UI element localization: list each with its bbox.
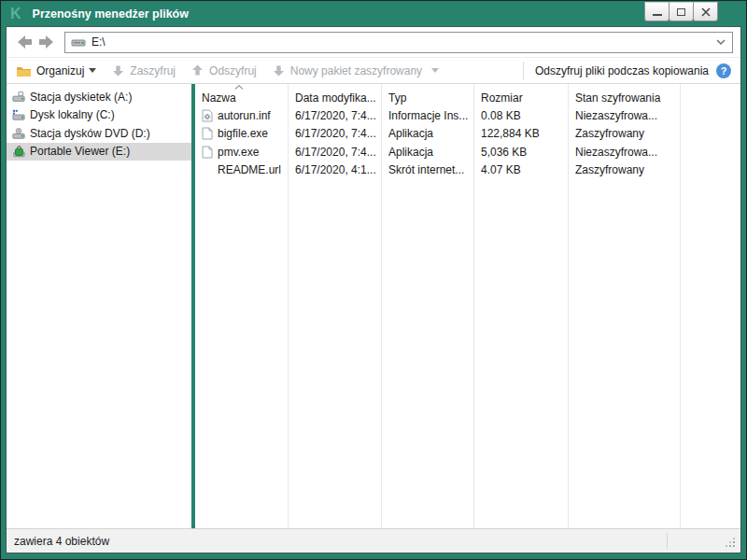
forward-arrow-icon — [36, 32, 57, 52]
sidebar-item-portable-e[interactable]: Portable Viewer (E:) — [7, 143, 191, 161]
config-file-icon — [201, 109, 214, 122]
file-modified: 6/17/2020, 4:1... — [288, 163, 381, 176]
sidebar-item-label: Stacja dyskietek (A:) — [30, 91, 132, 104]
file-size: 0.08 KB — [473, 109, 568, 122]
chevron-down-icon[interactable] — [715, 38, 726, 46]
window-content: E:\ Organizuj Zaszyfruj Odszyfruj — [6, 26, 741, 553]
toolbar: Organizuj Zaszyfruj Odszyfruj Nowy pakie… — [7, 58, 740, 84]
file-name: bigfile.exe — [218, 127, 268, 140]
file-row-bigfile[interactable]: bigfile.exe 6/17/2020, 7:4... Aplikacja … — [195, 125, 740, 144]
blank-icon-slot — [201, 163, 214, 176]
column-header-type[interactable]: Typ — [381, 91, 473, 105]
back-arrow-icon — [14, 32, 35, 52]
status-text: zawiera 4 obiektów — [14, 535, 109, 548]
file-encryption: Niezaszyfrowa... — [568, 146, 680, 159]
file-name: autorun.inf — [218, 109, 271, 122]
window-controls — [645, 2, 718, 21]
close-icon — [701, 7, 711, 17]
encrypt-label: Zaszyfruj — [130, 64, 176, 77]
drives-sidebar: Stacja dyskietek (A:) Dysk lokalny (C:) — [7, 84, 191, 528]
sort-ascending-icon — [234, 85, 244, 90]
file-icon — [201, 127, 214, 140]
close-button[interactable] — [693, 2, 718, 21]
package-arrow-down-icon — [272, 63, 286, 77]
maximize-icon — [677, 8, 685, 16]
file-name: pmv.exe — [218, 146, 259, 159]
sidebar-item-local-c[interactable]: Dysk lokalny (C:) — [7, 106, 191, 125]
dvd-drive-icon — [12, 127, 25, 140]
file-modified: 6/17/2020, 7:4... — [288, 127, 381, 140]
local-disk-icon — [12, 108, 25, 121]
column-header-size[interactable]: Rozmiar — [473, 91, 568, 105]
forward-button[interactable] — [36, 32, 57, 52]
organize-label: Organizuj — [36, 64, 84, 77]
toolbar-separator — [523, 62, 524, 80]
decrypt-on-copy-label: Odszyfruj pliki podczas kopiowania — [535, 64, 709, 77]
file-encryption: Zaszyfrowany — [568, 163, 680, 176]
folder-icon — [16, 64, 32, 77]
address-bar: E:\ — [7, 27, 740, 58]
encrypted-drive-icon — [12, 145, 25, 158]
sidebar-item-floppy-a[interactable]: Stacja dyskietek (A:) — [7, 88, 191, 106]
file-row-pmv[interactable]: pmv.exe 6/17/2020, 7:4... Aplikacja 5,03… — [195, 143, 740, 161]
status-separator — [667, 533, 668, 549]
kaspersky-logo-icon: K — [10, 7, 21, 21]
decrypt-label: Odszyfruj — [209, 64, 257, 77]
file-list: Nazwa Data modyfika... Typ Rozmiar Stan … — [195, 84, 740, 528]
drive-icon — [71, 36, 86, 48]
sidebar-item-label: Stacja dysków DVD (D:) — [30, 127, 150, 140]
navigation-buttons — [14, 32, 57, 52]
help-icon[interactable]: ? — [716, 63, 731, 78]
file-size: 4.07 KB — [473, 163, 568, 176]
file-type: Skrót internet... — [381, 163, 473, 176]
file-type: Aplikacja — [381, 127, 473, 140]
new-package-dropdown-button[interactable] — [431, 68, 439, 73]
decrypt-arrow-up-icon — [190, 63, 204, 77]
portable-file-manager-window: K Przenośny menedżer plików — [0, 0, 747, 560]
decrypt-button[interactable]: Odszyfruj — [190, 63, 257, 77]
sidebar-item-dvd-d[interactable]: Stacja dysków DVD (D:) — [7, 124, 191, 143]
file-size: 122,884 KB — [473, 127, 568, 140]
encrypt-arrow-down-icon — [111, 63, 125, 77]
file-size: 5,036 KB — [473, 146, 568, 159]
status-bar: zawiera 4 obiektów — [7, 528, 740, 553]
file-encryption: Niezaszyfrowa... — [568, 109, 680, 122]
file-row-readme[interactable]: README.url 6/17/2020, 4:1... Skrót inter… — [195, 161, 740, 180]
file-name: README.url — [218, 163, 281, 176]
organize-button[interactable]: Organizuj — [16, 64, 96, 77]
minimize-icon — [653, 14, 662, 16]
maximize-button[interactable] — [669, 2, 694, 21]
encrypt-button[interactable]: Zaszyfruj — [111, 63, 176, 77]
new-package-label: Nowy pakiet zaszyfrowany — [290, 64, 422, 77]
file-modified: 6/17/2020, 7:4... — [288, 146, 381, 159]
back-button[interactable] — [14, 32, 35, 52]
sidebar-item-label: Dysk lokalny (C:) — [30, 108, 115, 121]
address-path: E:\ — [92, 35, 710, 49]
caret-down-icon — [431, 68, 439, 73]
resize-grip-icon[interactable] — [733, 545, 735, 547]
minimize-button[interactable] — [644, 2, 669, 21]
new-encrypted-package-button[interactable]: Nowy pakiet zaszyfrowany — [272, 63, 422, 77]
column-header-modified[interactable]: Data modyfika... — [288, 91, 381, 105]
sidebar-item-label: Portable Viewer (E:) — [30, 145, 130, 158]
list-header: Nazwa Data modyfika... Typ Rozmiar Stan … — [195, 84, 740, 106]
column-header-name[interactable]: Nazwa — [195, 91, 288, 105]
title-bar[interactable]: K Przenośny menedżer plików — [1, 1, 746, 26]
file-type: Aplikacja — [381, 146, 473, 159]
column-header-encryption[interactable]: Stan szyfrowania — [568, 91, 680, 105]
file-row-autorun[interactable]: autorun.inf 6/17/2020, 7:4... Informacje… — [195, 106, 740, 125]
caret-down-icon — [89, 68, 96, 73]
file-type: Informacje Ins... — [381, 109, 473, 122]
floppy-drive-icon — [12, 91, 25, 104]
file-icon — [201, 146, 214, 159]
window-title: Przenośny menedżer plików — [33, 7, 189, 21]
file-encryption: Zaszyfrowany — [568, 127, 680, 140]
address-combobox[interactable]: E:\ — [64, 32, 733, 53]
main-area: Stacja dyskietek (A:) Dysk lokalny (C:) — [7, 84, 740, 528]
file-modified: 6/17/2020, 7:4... — [288, 109, 381, 122]
